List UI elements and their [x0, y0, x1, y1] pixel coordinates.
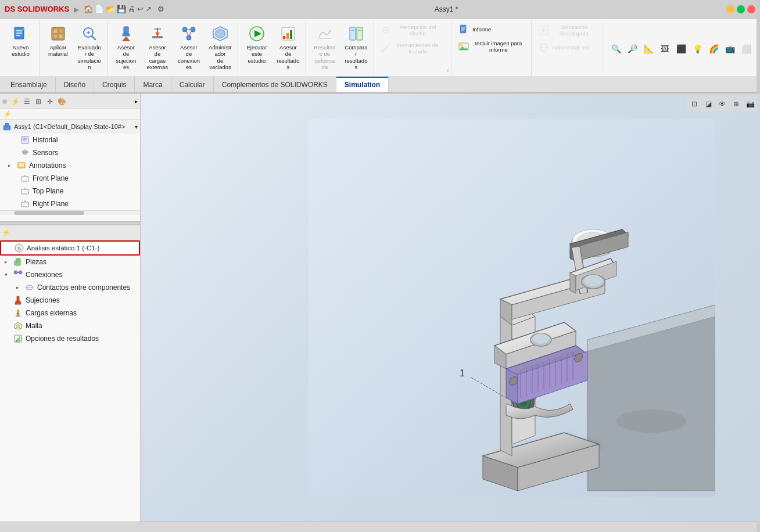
tree-item-sujeciones[interactable]: Sujeciones	[0, 294, 140, 307]
tree-item-malla[interactable]: Malla	[0, 319, 140, 332]
top-plane-label: Top Plane	[33, 187, 63, 195]
tab-diseno[interactable]: Diseño	[56, 77, 94, 92]
svg-point-41	[385, 29, 387, 31]
informe-label: Informe	[472, 26, 491, 33]
tree-item-sensors[interactable]: Sensors	[0, 146, 140, 159]
view-btn-1[interactable]: 🔎	[625, 42, 639, 56]
new-doc-icon[interactable]: 📄	[95, 5, 104, 13]
comparar-resultados-button[interactable]: Compararresultados	[341, 22, 371, 73]
asesor-cargas-button[interactable]: Asesor decargas externas	[142, 22, 173, 73]
tab-simulation[interactable]: Simulation	[336, 77, 389, 92]
close-btn[interactable]	[747, 5, 755, 13]
color-icon[interactable]: 🎨	[56, 96, 67, 107]
aplicar-material-button[interactable]: Aplicarmaterial	[43, 22, 73, 60]
h-scroll-top[interactable]	[0, 210, 140, 215]
view-btn-2[interactable]: 📐	[641, 42, 655, 56]
select-icon[interactable]: ↗	[145, 5, 152, 13]
top-plane-icon	[20, 186, 30, 196]
tab-calcular[interactable]: Calcular	[171, 77, 214, 92]
save-icon[interactable]: 💾	[117, 5, 126, 13]
svg-point-98	[616, 409, 686, 433]
view-btn-5[interactable]: 💡	[690, 42, 704, 56]
filter-icon[interactable]: ⚡	[9, 96, 21, 107]
camera-btn[interactable]: 📷	[744, 98, 757, 110]
add-icon[interactable]: ✛	[44, 96, 56, 107]
view-btn-7[interactable]: 📺	[723, 42, 737, 56]
expand-panel-btn[interactable]: ▸	[135, 98, 138, 105]
svg-marker-87	[16, 313, 20, 315]
incluir-imagen-button[interactable]: Incluir imagen para informe	[456, 38, 529, 55]
tree-item-right-plane[interactable]: Right Plane	[0, 197, 140, 210]
tree-item-historial[interactable]: Historial	[0, 134, 140, 146]
tree-item-contactos[interactable]: ▸ Contactos entre componentes	[0, 281, 140, 294]
trazado-arrow: ▾	[446, 67, 449, 74]
tree-item-cargas[interactable]: Cargas externas	[0, 307, 140, 319]
tab-marca[interactable]: Marca	[135, 77, 171, 92]
tab-complementos[interactable]: Complementos de SOLIDWORKS	[214, 77, 336, 92]
svg-point-23	[187, 35, 191, 40]
tree-item-opciones[interactable]: Opciones de resultados	[0, 332, 140, 345]
cargas-icon	[13, 308, 23, 318]
opciones-label: Opciones de resultados	[26, 335, 99, 343]
informe-button[interactable]: Informe	[456, 22, 529, 37]
svg-rect-83	[17, 296, 19, 301]
display-style-btn[interactable]: ◪	[702, 98, 715, 110]
evaluador-simulacion-icon	[80, 24, 99, 43]
svg-rect-34	[290, 30, 292, 39]
hide-show-btn[interactable]: 👁	[716, 98, 729, 110]
tree-item-piezas[interactable]: ▸ Piezas	[0, 256, 140, 268]
svg-line-42	[382, 45, 389, 52]
tree-item-top-plane[interactable]: Top Plane	[0, 185, 140, 197]
asesor-conexiones-label: Asesor deconexiones	[177, 44, 200, 71]
viewport[interactable]: 1 ⊡ ◪ 👁 ⊕ 📷	[141, 94, 760, 522]
svg-rect-9	[59, 34, 63, 38]
svg-rect-6	[53, 29, 58, 33]
tab-ensamblaje[interactable]: Ensamblaje	[2, 77, 56, 92]
nuevo-estudio-icon	[11, 24, 30, 43]
section-view-btn[interactable]: ⊕	[730, 98, 743, 110]
svg-marker-67	[20, 168, 21, 169]
panel-divider[interactable]	[0, 222, 140, 225]
home-icon[interactable]: 🏠	[84, 5, 93, 13]
tree-item-analisis[interactable]: S Análisis estático 1 (-C1-)	[0, 240, 140, 256]
nuevo-estudio-button[interactable]: Nuevo estudio	[5, 22, 37, 60]
view-btn-8[interactable]: ⬜	[739, 42, 753, 56]
svg-marker-90	[16, 324, 20, 328]
grid-icon[interactable]: ⊞	[33, 96, 44, 107]
options-icon[interactable]: ⚙	[157, 5, 164, 13]
print-icon[interactable]: 🖨	[128, 5, 135, 13]
tab-croquis[interactable]: Croquis	[94, 77, 135, 92]
view-orientation-btn[interactable]: ⊡	[688, 98, 701, 110]
view-btn-6[interactable]: 🌈	[707, 42, 720, 56]
ribbon: Nuevo estudio Aplicarmaterial Evaluador …	[0, 19, 760, 94]
tree-item-front-plane[interactable]: Front Plane	[0, 172, 140, 185]
status-bar	[0, 522, 760, 532]
ejecutar-estudio-button[interactable]: Ejecutar esteestudio	[242, 22, 272, 66]
undo-icon[interactable]: ↩	[137, 5, 144, 13]
asesor-sujeciones-button[interactable]: Asesor desujeciones	[111, 22, 141, 73]
evaluador-simulacion-button[interactable]: Evaluador desimulación	[74, 22, 105, 73]
svg-point-43	[381, 51, 383, 53]
viewport-search-btn[interactable]: 🔍	[609, 42, 623, 56]
asesor-resultados-button[interactable]: Asesor deresultados	[273, 22, 303, 73]
tree-item-conexiones[interactable]: ▾ Conexiones	[0, 268, 140, 281]
tree-item-annotations[interactable]: ▸ Annotations	[0, 159, 140, 172]
tree-root[interactable]: Assy1 (C1<Default_Display State-10#> ▾	[0, 120, 140, 134]
svg-rect-7	[59, 29, 63, 33]
svg-rect-94	[19, 336, 20, 342]
svg-rect-66	[18, 163, 25, 168]
ejecutar-estudio-label: Ejecutar esteestudio	[245, 44, 268, 64]
resultado-deformada-label: Resultado dedeformada	[313, 44, 336, 71]
analisis-icon: S	[14, 243, 24, 253]
maximize-btn[interactable]	[737, 5, 745, 13]
minimize-btn[interactable]	[726, 5, 734, 13]
list-icon[interactable]: ☰	[21, 96, 33, 107]
administrador-vaciados-button[interactable]: Administradorde vaciados	[205, 22, 235, 73]
aplicar-material-icon	[49, 24, 67, 43]
open-icon[interactable]: 📂	[106, 5, 115, 13]
tab-bar: Ensamblaje Diseño Croquis Marca Calcular…	[0, 77, 760, 93]
view-btn-3[interactable]: 🖼	[658, 42, 672, 56]
asesor-conexiones-button[interactable]: Asesor deconexiones	[174, 22, 204, 73]
view-btn-4[interactable]: ⬛	[674, 42, 688, 56]
ribbon-right-tools: 🔍 🔎 📐 🖼 ⬛ 💡 🌈 📺 ⬜	[604, 21, 758, 76]
